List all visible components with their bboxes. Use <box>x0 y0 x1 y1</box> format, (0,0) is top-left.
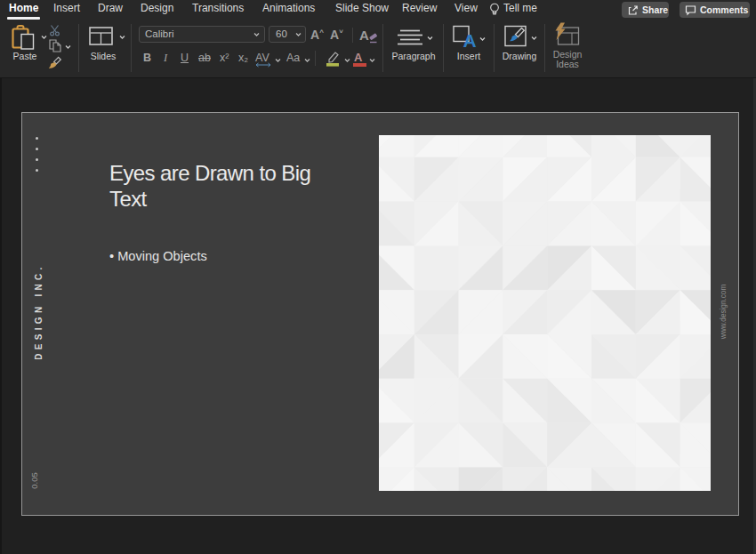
svg-text:A: A <box>359 28 369 43</box>
svg-text:A: A <box>462 30 476 50</box>
